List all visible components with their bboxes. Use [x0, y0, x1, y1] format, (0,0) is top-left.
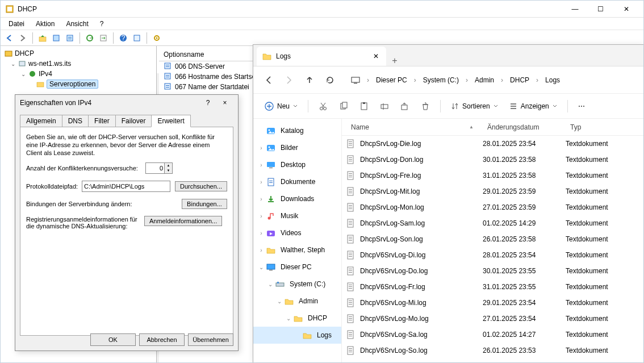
file-row[interactable]: DhcpSrvLog-Mit.log29.01.2025 23:59Textdo…	[342, 183, 643, 199]
tree-ipv4[interactable]: ⌄ IPv4	[1, 69, 156, 79]
dhcp-titlebar[interactable]: DHCP — ☐ ✕	[1, 1, 643, 18]
tree-item-videos[interactable]: ›Videos	[253, 224, 341, 241]
col-name-header[interactable]: Name ▲	[342, 123, 483, 131]
col-type-header[interactable]: Typ	[566, 123, 643, 131]
minimize-button[interactable]: —	[562, 1, 588, 17]
up-button[interactable]	[36, 32, 49, 44]
copy-button[interactable]	[334, 97, 353, 115]
logpath-input[interactable]	[82, 181, 170, 192]
tab-erweitert[interactable]: Erweitert	[151, 115, 190, 127]
file-row[interactable]: DhcpSrvLog-Son.log26.01.2025 23:58Textdo…	[342, 231, 643, 247]
nav-back-button[interactable]	[259, 70, 278, 90]
paste-button[interactable]	[355, 97, 373, 115]
bindings-button[interactable]: Bindungen...	[182, 199, 227, 209]
menu-ansicht[interactable]: Ansicht	[60, 19, 94, 29]
new-tab-button[interactable]: +	[386, 56, 403, 66]
menu-datei[interactable]: Datei	[3, 19, 30, 29]
sort-button[interactable]: Sortieren	[446, 97, 503, 115]
tab-close-icon[interactable]: ✕	[371, 52, 380, 60]
explorer-tab-logs[interactable]: Logs ✕	[257, 47, 386, 66]
file-row[interactable]: DhcpSrvLog-Don.log30.01.2025 23:58Textdo…	[342, 152, 643, 168]
ok-button[interactable]: OK	[90, 333, 136, 346]
file-row[interactable]: DhcpV6SrvLog-Mi.log29.01.2025 23:54Textd…	[342, 295, 643, 311]
tree-item-system-c-[interactable]: ⌄System (C:)	[253, 276, 341, 293]
tree-item-downloads[interactable]: ›Downloads	[253, 190, 341, 207]
tree-item-admin[interactable]: ⌄Admin	[253, 293, 341, 310]
expander-icon[interactable]: ⌄	[275, 298, 284, 304]
view-button[interactable]: Anzeigen	[505, 97, 562, 115]
crumb-logs[interactable]: Logs	[541, 76, 564, 84]
dialog-help-button[interactable]: ?	[199, 99, 216, 107]
file-row[interactable]: DhcpV6SrvLog-Di.log28.01.2025 23:54Textd…	[342, 247, 643, 263]
cancel-button[interactable]: Abbrechen	[139, 333, 185, 346]
expander-icon[interactable]: ⌄	[19, 71, 28, 77]
refresh-button[interactable]	[83, 32, 96, 44]
tab-dns[interactable]: DNS	[62, 115, 89, 127]
tab-failover[interactable]: Failover	[115, 115, 152, 127]
conflict-value-input[interactable]	[146, 163, 164, 173]
file-row[interactable]: DhcpSrvLog-Fre.log31.01.2025 23:58Textdo…	[342, 168, 643, 183]
spin-up-icon[interactable]: ▲	[165, 163, 172, 168]
crumb-system[interactable]: System (C:)	[419, 76, 463, 84]
forward-button[interactable]	[16, 32, 29, 44]
expander-icon[interactable]: ⌄	[266, 281, 275, 287]
tree-root-dhcp[interactable]: DHCP	[1, 48, 156, 59]
properties-button[interactable]	[50, 32, 62, 44]
apply-button[interactable]: Übernehmen	[188, 333, 233, 346]
tree-item-bilder[interactable]: ›Bilder	[253, 139, 341, 156]
expander-icon[interactable]: ›	[257, 213, 266, 219]
crumb-admin[interactable]: Admin	[470, 76, 499, 84]
export-button[interactable]	[64, 32, 76, 44]
extra1-button[interactable]	[131, 32, 143, 44]
chevron-icon[interactable]: ›	[534, 76, 541, 84]
tree-server[interactable]: ⌄ ws-net1.ws.its	[1, 59, 156, 69]
expander-icon[interactable]: ⌄	[257, 264, 266, 270]
expander-icon[interactable]: ›	[257, 162, 266, 168]
back-button[interactable]	[3, 32, 15, 44]
nav-refresh-button[interactable]	[320, 70, 340, 90]
tree-item-walther-steph[interactable]: ›Walther, Steph	[253, 241, 341, 258]
menu-aktion[interactable]: Aktion	[30, 19, 60, 29]
nav-forward-button[interactable]	[279, 70, 299, 90]
chevron-icon[interactable]: ›	[499, 76, 505, 84]
delete-button[interactable]	[416, 97, 434, 115]
file-row[interactable]: DhcpSrvLog-Mon.log27.01.2025 23:59Textdo…	[342, 199, 643, 215]
rename-button[interactable]	[375, 97, 394, 115]
close-button[interactable]: ✕	[613, 1, 639, 17]
nav-up-button[interactable]	[300, 70, 319, 90]
action-button[interactable]	[97, 32, 110, 44]
chevron-icon[interactable]: ›	[365, 76, 371, 84]
browse-button[interactable]: Durchsuchen...	[175, 181, 227, 191]
expander-icon[interactable]: ›	[257, 247, 266, 253]
cut-button[interactable]	[314, 97, 332, 115]
conflict-spinner[interactable]: ▲▼	[145, 162, 173, 174]
chevron-icon[interactable]: ›	[463, 76, 470, 84]
crumb-dhcp[interactable]: DHCP	[505, 76, 534, 84]
settings-icon[interactable]	[150, 32, 163, 44]
help-button[interactable]: ?	[117, 32, 129, 44]
share-button[interactable]	[396, 97, 414, 115]
tree-item-dokumente[interactable]: ›Dokumente	[253, 173, 341, 190]
expander-icon[interactable]: ›	[257, 179, 266, 185]
tree-item-dhcp[interactable]: ⌄DHCP	[253, 310, 341, 327]
tree-item-logs[interactable]: Logs	[253, 327, 341, 344]
file-row[interactable]: DhcpSrvLog-Die.log28.01.2025 23:54Textdo…	[342, 136, 643, 152]
spin-down-icon[interactable]: ▼	[165, 168, 172, 173]
file-row[interactable]: DhcpV6SrvLog-Do.log30.01.2025 23:55Textd…	[342, 263, 643, 279]
more-button[interactable]: ⋯	[574, 97, 589, 115]
file-row[interactable]: DhcpSrvLog-Sam.log01.02.2025 14:29Textdo…	[342, 215, 643, 231]
dialog-titlebar[interactable]: Eigenschaften von IPv4 ? ×	[15, 95, 238, 111]
expander-icon[interactable]: ›	[257, 196, 266, 202]
expander-icon[interactable]: ⌄	[284, 315, 293, 322]
crumb-pc[interactable]: Dieser PC	[371, 76, 412, 84]
menu-help[interactable]: ?	[94, 19, 110, 29]
tab-filter[interactable]: Filter	[88, 115, 116, 127]
file-row[interactable]: DhcpV6SrvLog-Sa.log01.02.2025 14:27Textd…	[342, 327, 643, 343]
tree-item-dieser-pc[interactable]: ⌄Dieser PC	[253, 258, 341, 276]
expander-icon[interactable]: ⌄	[9, 61, 18, 67]
maximize-button[interactable]: ☐	[588, 1, 613, 17]
expander-icon[interactable]: ›	[257, 145, 266, 151]
file-row[interactable]: DhcpV6SrvLog-Mo.log27.01.2025 23:54Textd…	[342, 311, 643, 327]
new-button[interactable]: Neu	[260, 97, 302, 115]
tree-serveroptions[interactable]: Serveroptionen	[1, 79, 156, 89]
